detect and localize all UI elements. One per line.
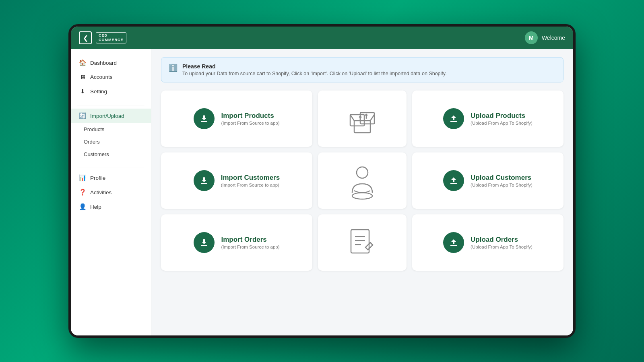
accounts-icon: 🖥 (79, 74, 86, 80)
sidebar-divider-1 (77, 105, 144, 105)
upload-customers-text: Upload Customers (Upload From App To Sho… (471, 174, 533, 187)
import-customers-icon (194, 170, 215, 191)
logo-area: ❮ CED COMMERCE (79, 31, 126, 44)
sidebar-item-help[interactable]: 👤 Help (71, 200, 151, 214)
avatar: M (525, 31, 538, 44)
upload-customers-card[interactable]: Upload Customers (Upload From App To Sho… (412, 152, 564, 209)
sidebar-item-activities[interactable]: ❓ Activities (71, 185, 151, 200)
header-right: M Welcome (525, 31, 565, 44)
svg-rect-10 (351, 230, 369, 253)
upload-orders-icon (443, 232, 464, 253)
main-content: ℹ️ Please Read To upload your Data from … (151, 49, 573, 335)
info-description: To upload your Data from source cart to … (182, 71, 447, 76)
svg-rect-0 (354, 121, 370, 133)
svg-line-4 (370, 115, 374, 121)
upload-orders-title: Upload Orders (471, 236, 533, 244)
setting-icon: ⬇ (79, 88, 86, 95)
logo-line2: COMMERCE (99, 38, 124, 42)
upload-customers-subtitle: (Upload From App To Shopify) (471, 183, 533, 187)
upload-customers-icon (443, 170, 464, 191)
sidebar-orders-label: Orders (84, 139, 100, 145)
upload-orders-subtitle: (Upload From App To Shopify) (471, 245, 533, 249)
svg-line-14 (370, 243, 373, 245)
help-icon: 👤 (79, 203, 86, 210)
upload-customers-title: Upload Customers (471, 174, 533, 182)
home-icon: 🏠 (79, 59, 86, 66)
import-products-icon (194, 108, 215, 129)
sidebar-sub-item-products[interactable]: Products (71, 123, 151, 136)
sidebar-divider-2 (77, 167, 144, 167)
sidebar: 🏠 Dashboard 🖥 Accounts ⬇ Setting (71, 49, 151, 335)
profile-icon: 📊 (79, 174, 86, 181)
import-customers-title: Import Customers (221, 174, 280, 182)
import-products-subtitle: (Import From Source to app) (221, 121, 279, 125)
info-circle-icon: ℹ️ (169, 64, 178, 72)
sidebar-import-section: 🔄 Import/Upload Products Orders Customer… (71, 109, 151, 160)
logo-text: CED COMMERCE (96, 32, 126, 43)
sidebar-products-label: Products (84, 126, 104, 132)
sidebar-setting-label: Setting (90, 88, 107, 95)
upload-products-card[interactable]: Upload Products (Upload From App To Shop… (412, 90, 564, 147)
sidebar-item-setting[interactable]: ⬇ Setting (71, 84, 151, 99)
import-orders-text: Import Orders (Import From Source to app… (221, 236, 279, 249)
upload-products-icon (443, 108, 464, 129)
sidebar-customers-label: Customers (84, 151, 109, 157)
main-layout: 🏠 Dashboard 🖥 Accounts ⬇ Setting (71, 49, 573, 335)
sidebar-item-dashboard[interactable]: 🏠 Dashboard (71, 56, 151, 70)
upload-products-title: Upload Products (471, 112, 533, 120)
tablet-frame: ❮ CED COMMERCE M Welcome 🏠 Dashboard (68, 24, 576, 338)
import-products-card[interactable]: Import Products (Import From Source to a… (161, 90, 312, 147)
sidebar-item-profile[interactable]: 📊 Profile (71, 171, 151, 185)
import-orders-card[interactable]: Import Orders (Import From Source to app… (161, 214, 312, 271)
import-orders-title: Import Orders (221, 236, 279, 244)
sidebar-activities-label: Activities (90, 189, 111, 195)
upload-products-subtitle: (Upload From App To Shopify) (471, 121, 533, 125)
customers-illustration (318, 152, 407, 209)
header: ❮ CED COMMERCE M Welcome (71, 27, 573, 49)
info-banner: ℹ️ Please Read To upload your Data from … (161, 57, 564, 82)
sidebar-accounts-label: Accounts (90, 74, 113, 80)
sidebar-top-section: 🏠 Dashboard 🖥 Accounts ⬇ Setting (71, 56, 151, 99)
import-customers-text: Import Customers (Import From Source to … (221, 174, 280, 187)
logo-chevron-icon: ❮ (79, 31, 92, 44)
svg-point-8 (357, 167, 368, 178)
info-title: Please Read (182, 63, 447, 70)
import-products-title: Import Products (221, 112, 279, 120)
import-customers-card[interactable]: Import Customers (Import From Source to … (161, 152, 312, 209)
logo-line1: CED (99, 33, 124, 38)
sidebar-bottom-section: 📊 Profile ❓ Activities 👤 Help (71, 171, 151, 214)
upload-orders-text: Upload Orders (Upload From App To Shopif… (471, 236, 533, 249)
import-orders-icon (194, 232, 215, 253)
upload-products-text: Upload Products (Upload From App To Shop… (471, 112, 533, 125)
welcome-text: Welcome (542, 35, 565, 41)
products-illustration (318, 90, 407, 147)
sidebar-item-import-upload[interactable]: 🔄 Import/Upload (71, 109, 151, 123)
sidebar-sub-item-customers[interactable]: Customers (71, 148, 151, 160)
svg-line-3 (350, 115, 354, 121)
sidebar-item-accounts[interactable]: 🖥 Accounts (71, 70, 151, 84)
activities-icon: ❓ (79, 189, 86, 196)
import-customers-subtitle: (Import From Source to app) (221, 183, 280, 187)
import-products-text: Import Products (Import From Source to a… (221, 112, 279, 125)
tablet-inner: ❮ CED COMMERCE M Welcome 🏠 Dashboard (71, 27, 573, 335)
import-orders-subtitle: (Import From Source to app) (221, 245, 279, 249)
sidebar-import-upload-label: Import/Upload (90, 113, 124, 119)
upload-orders-card[interactable]: Upload Orders (Upload From App To Shopif… (412, 214, 564, 271)
sidebar-sub-item-orders[interactable]: Orders (71, 136, 151, 148)
cards-grid: Import Products (Import From Source to a… (161, 90, 564, 271)
info-content: Please Read To upload your Data from sou… (182, 63, 447, 76)
orders-illustration (318, 214, 407, 271)
svg-point-9 (352, 193, 372, 199)
sidebar-help-label: Help (90, 204, 101, 210)
sidebar-dashboard-label: Dashboard (90, 60, 117, 66)
import-upload-icon: 🔄 (79, 112, 86, 119)
sidebar-profile-label: Profile (90, 175, 105, 181)
